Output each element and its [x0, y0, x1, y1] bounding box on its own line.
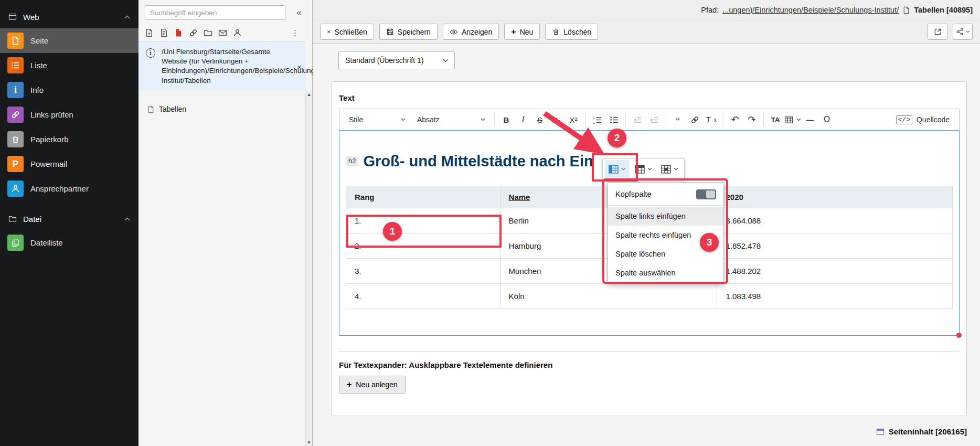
chevron-down-icon [443, 59, 448, 62]
delete-button[interactable]: Löschen [545, 24, 598, 40]
col-header-rang[interactable]: Rang [346, 186, 500, 208]
sidebar-item-info[interactable]: i Info [0, 78, 139, 102]
outdent-button[interactable] [630, 111, 645, 128]
superscript-button[interactable]: X² [566, 111, 581, 128]
special-char-button[interactable]: Ω [819, 111, 835, 128]
red-page-icon[interactable] [174, 28, 183, 37]
page-content-icon[interactable] [159, 28, 168, 37]
more-vertical-icon[interactable]: ⋮ [291, 28, 299, 38]
undo-button[interactable]: ↶ [727, 111, 743, 128]
column-options-button[interactable] [605, 160, 630, 178]
sidebar-gap [0, 201, 139, 207]
sidebar-item-label: Links prüfen [30, 110, 73, 119]
file-list-icon [7, 235, 24, 251]
menu-item-insert-column-left[interactable]: Spalte links einfügen [608, 207, 723, 226]
tree-toolbar: ⋮ [139, 24, 305, 42]
insert-link-button[interactable] [687, 111, 702, 128]
mail-icon[interactable] [218, 28, 227, 37]
editor-heading[interactable]: Groß- und Mittelstädte nach Ein [363, 153, 593, 170]
path-link[interactable]: ...ungen)/Einrichtungen/Beispiele/Schulu… [722, 6, 899, 14]
svg-text:1.: 1. [593, 115, 595, 119]
italic-button[interactable]: I [515, 111, 531, 128]
new-button[interactable]: + Neu [504, 24, 540, 40]
horizontal-line-button[interactable]: — [802, 111, 818, 128]
sidebar-item-links-pruefen[interactable]: Links prüfen [0, 102, 139, 127]
menu-item-delete-column[interactable]: Spalte löschen [608, 245, 723, 263]
sidebar-section-web[interactable]: Web [0, 5, 139, 28]
cell[interactable]: 3. [346, 259, 500, 284]
textexpander-label: Für Textexpander: Ausklappbare Texteleme… [339, 360, 960, 369]
cell-options-button[interactable] [657, 160, 682, 178]
cell[interactable]: 2. [346, 233, 500, 259]
collapse-tree-button[interactable]: « [292, 5, 306, 20]
cell[interactable]: 1.488.202 [717, 259, 953, 284]
source-code-button[interactable]: </> Quellcode [891, 111, 955, 128]
content-type-dropdown[interactable]: Standard (Überschrift 1) [338, 51, 455, 69]
user-icon[interactable] [233, 28, 242, 37]
selected-page-info-box[interactable]: i /Uni Flensburg/Startseite/Gesamte Webs… [139, 42, 306, 91]
web-icon [8, 13, 17, 21]
trash-icon [552, 28, 560, 36]
new-page-icon[interactable] [145, 28, 154, 37]
new-expander-button[interactable]: + Neu anlegen [339, 376, 406, 394]
row-options-button[interactable] [631, 160, 656, 178]
sidebar-item-label: Ansprechpartner [30, 184, 89, 193]
tree-node-tabellen[interactable]: Tabellen [147, 105, 186, 113]
toggle-knob [706, 190, 715, 198]
close-button[interactable]: × Schließen [320, 24, 374, 40]
remove-format-button[interactable]: Tx [704, 111, 719, 128]
list-icon [7, 57, 24, 73]
plus-icon: + [511, 27, 516, 37]
sidebar-item-seite[interactable]: Seite [0, 28, 139, 53]
menu-item-select-column[interactable]: Spalte auswählen [608, 263, 723, 282]
blockquote-button[interactable]: “ [670, 111, 686, 128]
cell[interactable]: Köln [500, 284, 717, 309]
sidebar-item-powermail[interactable]: P Powermail [0, 152, 139, 176]
subscript-button[interactable]: X₂ [549, 111, 564, 128]
folder-icon[interactable] [204, 28, 212, 37]
content-element-icon [876, 428, 885, 436]
tree-scrollbar[interactable]: ▲ ▼ [305, 91, 312, 446]
indent-button[interactable] [646, 111, 662, 128]
scroll-up-icon[interactable]: ▲ [306, 92, 312, 97]
cell[interactable]: 1. [346, 208, 500, 233]
search-input[interactable] [145, 5, 285, 20]
col-header-2020[interactable]: 2020 [717, 186, 953, 208]
cell[interactable]: 1.083.498 [717, 284, 953, 309]
numbered-list-button[interactable]: 1.2. [589, 111, 605, 128]
cell[interactable]: 1.852.478 [717, 233, 953, 259]
sidebar-item-label: Liste [30, 61, 47, 70]
plus-icon: + [347, 380, 351, 389]
close-icon[interactable]: × [297, 62, 302, 71]
header-column-toggle-row[interactable]: Kopfspalte [608, 184, 723, 204]
page-icon [147, 105, 155, 113]
strikethrough-button[interactable]: S [532, 111, 548, 128]
text-abbr-button[interactable]: TA [768, 111, 783, 128]
sidebar-section-datei[interactable]: Datei [0, 207, 139, 230]
sidebar-item-ansprechpartner[interactable]: Ansprechpartner [0, 176, 139, 201]
sidebar-item-label: Info [30, 86, 44, 94]
view-button[interactable]: Anzeigen [443, 24, 499, 40]
save-button[interactable]: Speichern [379, 24, 438, 40]
header-column-toggle[interactable] [696, 189, 716, 199]
sidebar-item-liste[interactable]: Liste [0, 53, 139, 78]
chevron-down-icon [966, 30, 970, 33]
sidebar-item-dateiliste[interactable]: Dateiliste [0, 230, 139, 255]
share-button[interactable] [953, 24, 973, 40]
link-icon[interactable] [189, 28, 198, 37]
open-in-new-window-button[interactable] [928, 24, 947, 40]
cell[interactable]: 4. [346, 284, 500, 309]
bold-button[interactable]: B [498, 111, 514, 128]
insert-table-button[interactable] [784, 111, 801, 128]
cell[interactable]: 3.664.088 [717, 208, 953, 233]
sidebar-item-label: Seite [30, 36, 48, 45]
editor-resize-handle[interactable] [956, 333, 962, 338]
paragraph-format-dropdown[interactable]: Absatz [412, 111, 491, 128]
contact-person-icon [7, 180, 24, 197]
sidebar-item-papierkorb[interactable]: Papierkorb [0, 127, 139, 152]
styles-dropdown[interactable]: Stile [344, 111, 411, 128]
redo-button[interactable]: ↷ [744, 111, 760, 128]
bulleted-list-button[interactable] [606, 111, 622, 128]
scroll-down-icon[interactable]: ▼ [306, 440, 312, 445]
menu-item-insert-column-right[interactable]: Spalte rechts einfügen [608, 226, 723, 245]
